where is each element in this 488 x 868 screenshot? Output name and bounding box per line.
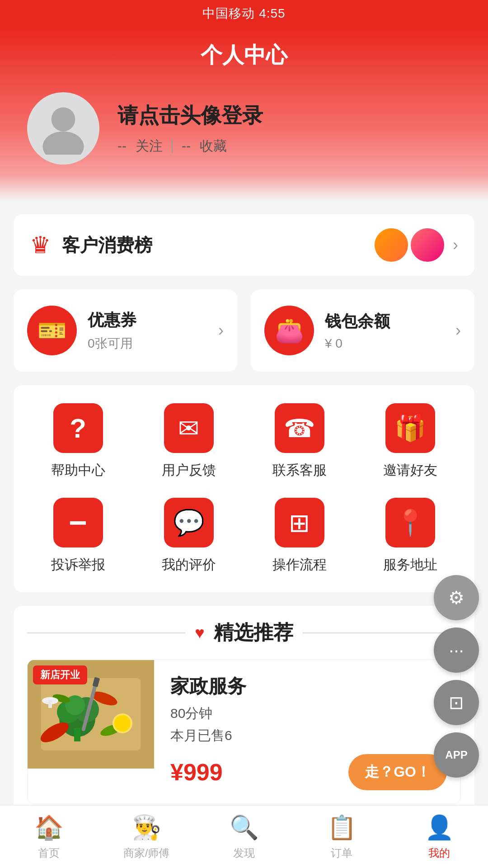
coupon-value: 0张可用 <box>88 335 136 352</box>
svg-rect-8 <box>74 728 80 741</box>
go-button[interactable]: 走？GO！ <box>348 754 447 790</box>
home-icon: 🏠 <box>34 814 64 841</box>
coupon-chevron-icon: › <box>218 321 224 340</box>
featured-header: ♥ 精选推荐 <box>27 619 461 646</box>
help-icon: ? <box>53 403 103 453</box>
process-item[interactable]: ⊞ 操作流程 <box>254 498 345 574</box>
chat-float-button[interactable]: ··· <box>434 627 479 673</box>
coupon-card[interactable]: 🎫 优惠券 0张可用 › <box>14 289 237 372</box>
follow-collect: -- 关注 -- 收藏 <box>117 137 263 156</box>
content-area: ♛ 客户消费榜 › 🎫 优惠券 0张可用 › 👛 <box>0 201 488 868</box>
wallet-icon: 👛 <box>264 306 314 355</box>
nav-orders[interactable]: 📋 订单 <box>293 806 390 868</box>
product-duration: 80分钟 <box>170 704 447 723</box>
product-price: ¥999 <box>170 759 223 786</box>
profile-nav-icon: 👤 <box>425 814 454 841</box>
follow-value: -- <box>117 138 127 154</box>
ranking-avatars <box>373 227 446 263</box>
address-item[interactable]: 📍 服务地址 <box>365 498 455 574</box>
invite-label: 邀请好友 <box>383 461 437 480</box>
divider <box>172 139 173 153</box>
process-icon: ⊞ <box>275 498 324 547</box>
feedback-icon: ✉ <box>164 403 214 453</box>
collect-label: 收藏 <box>200 137 227 156</box>
complaint-label: 投诉举报 <box>51 556 105 574</box>
contact-item[interactable]: ☎ 联系客服 <box>254 403 345 480</box>
icon-grid: ? 帮助中心 ✉ 用户反馈 ☎ 联系客服 🎁 邀请好友 − 投诉举报 💬 <box>14 385 474 592</box>
profile-info: 请点击头像登录 -- 关注 -- 收藏 <box>117 102 263 156</box>
food-avatar-1 <box>373 227 409 263</box>
invite-icon: 🎁 <box>385 403 435 453</box>
help-center-item[interactable]: ? 帮助中心 <box>33 403 123 480</box>
balance-card[interactable]: 👛 钱包余额 ¥ 0 › <box>251 289 474 372</box>
wallet-row: 🎫 优惠券 0张可用 › 👛 钱包余额 ¥ 0 › <box>14 289 474 372</box>
process-label: 操作流程 <box>272 556 327 574</box>
address-icon: 📍 <box>385 498 435 547</box>
avatar[interactable] <box>27 92 99 165</box>
balance-left: 👛 钱包余额 ¥ 0 <box>264 306 390 355</box>
balance-name: 钱包余额 <box>325 311 390 333</box>
ranking-right: › <box>373 227 458 263</box>
invite-item[interactable]: 🎁 邀请好友 <box>365 403 455 480</box>
review-icon: 💬 <box>164 498 214 547</box>
page-title: 个人中心 <box>0 27 488 92</box>
product-sold: 本月已售6 <box>170 726 447 745</box>
featured-title: 精选推荐 <box>214 619 293 646</box>
nav-merchant-label: 商家/师傅 <box>123 846 170 860</box>
food-avatar-2 <box>409 227 446 263</box>
orders-icon: 📋 <box>327 814 357 841</box>
product-card[interactable]: 新店开业 家政服务 80分钟 本月已售6 ¥999 走？GO！ <box>27 660 461 804</box>
product-image-wrapper: 新店开业 <box>28 660 154 804</box>
featured-line-left <box>27 632 186 633</box>
balance-chevron-icon: › <box>455 321 461 340</box>
nav-home[interactable]: 🏠 首页 <box>0 806 98 868</box>
follow-label: 关注 <box>136 137 163 156</box>
review-label: 我的评价 <box>162 556 216 574</box>
bottom-nav: 🏠 首页 👨‍🍳 商家/师傅 🔍 发现 📋 订单 👤 我的 <box>0 805 488 868</box>
nav-merchant[interactable]: 👨‍🍳 商家/师傅 <box>98 806 195 868</box>
profile-section: 请点击头像登录 -- 关注 -- 收藏 <box>0 92 488 183</box>
coupon-name: 优惠券 <box>88 309 136 331</box>
header-area: 个人中心 请点击头像登录 -- 关注 -- 收藏 <box>0 27 488 201</box>
merchant-icon: 👨‍🍳 <box>132 814 161 841</box>
coupon-left: 🎫 优惠券 0张可用 <box>27 306 136 355</box>
feedback-item[interactable]: ✉ 用户反馈 <box>144 403 234 480</box>
scan-float-button[interactable]: ⊡ <box>434 680 479 725</box>
login-prompt[interactable]: 请点击头像登录 <box>117 102 263 130</box>
help-label: 帮助中心 <box>51 461 105 480</box>
nav-discover-label: 发现 <box>233 846 255 860</box>
contact-icon: ☎ <box>275 403 324 453</box>
settings-float-button[interactable]: ⚙ <box>434 575 479 620</box>
svg-rect-18 <box>48 700 52 708</box>
nav-orders-label: 订单 <box>331 846 352 860</box>
nav-discover[interactable]: 🔍 发现 <box>195 806 293 868</box>
discover-icon: 🔍 <box>230 814 259 841</box>
balance-value: ¥ 0 <box>325 336 390 351</box>
chevron-right-icon: › <box>453 236 458 255</box>
new-badge: 新店开业 <box>33 665 87 684</box>
carrier: 中国移动 <box>202 5 255 22</box>
svg-point-0 <box>52 108 75 132</box>
featured-section: ♥ 精选推荐 <box>14 606 474 818</box>
heart-icon: ♥ <box>195 623 204 642</box>
coupon-text: 优惠券 0张可用 <box>88 309 136 352</box>
svg-point-14 <box>114 715 131 731</box>
complaint-item[interactable]: − 投诉举报 <box>33 498 123 574</box>
balance-text: 钱包余额 ¥ 0 <box>325 311 390 351</box>
product-bottom: ¥999 走？GO！ <box>170 754 447 790</box>
status-bar: 中国移动 4:55 <box>0 0 488 27</box>
collect-value: -- <box>182 138 191 154</box>
nav-profile[interactable]: 👤 我的 <box>390 806 488 868</box>
nav-profile-label: 我的 <box>428 846 450 860</box>
avatar-icon <box>36 100 90 156</box>
icon-row-2: − 投诉举报 💬 我的评价 ⊞ 操作流程 📍 服务地址 <box>23 498 465 574</box>
svg-point-1 <box>42 131 84 155</box>
app-float-button[interactable]: APP <box>434 732 479 778</box>
feedback-label: 用户反馈 <box>162 461 216 480</box>
ranking-left: ♛ 客户消费榜 <box>30 231 152 259</box>
review-item[interactable]: 💬 我的评价 <box>144 498 234 574</box>
contact-label: 联系客服 <box>272 461 327 480</box>
address-label: 服务地址 <box>383 556 437 574</box>
ranking-card[interactable]: ♛ 客户消费榜 › <box>14 214 474 276</box>
product-info: 家政服务 80分钟 本月已售6 ¥999 走？GO！ <box>154 660 460 804</box>
